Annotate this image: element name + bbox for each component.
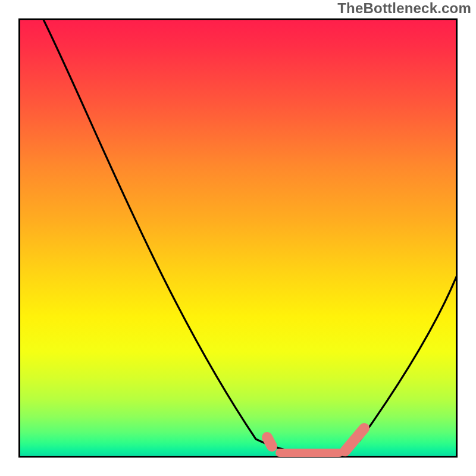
chart-stage: TheBottleneck.com (0, 0, 476, 476)
optimal-zone-marker-left (267, 437, 272, 446)
chart-curves (0, 0, 476, 476)
optimal-zone-marker-right (345, 428, 364, 451)
bottleneck-curve (43, 20, 456, 453)
